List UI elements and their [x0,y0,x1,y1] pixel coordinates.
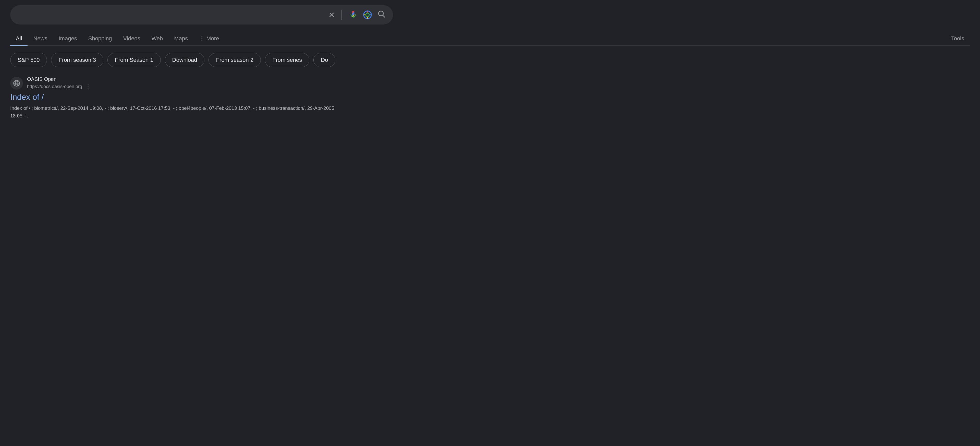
suggestion-chips: S&P 500 From season 3 From Season 1 Down… [10,53,970,67]
chip-sp500[interactable]: S&P 500 [10,53,47,67]
result-more-options-icon[interactable]: ⋮ [85,83,91,90]
nav-tabs: All News Images Shopping Videos Web Maps… [10,32,970,46]
tab-news[interactable]: News [27,32,53,45]
globe-icon [13,80,20,87]
tab-maps[interactable]: Maps [169,32,193,45]
site-name-url: OASIS Open https://docs.oasis-open.org ⋮ [27,76,91,90]
chip-series[interactable]: From series [265,53,309,67]
chip-download[interactable]: Download [165,53,205,67]
close-icon[interactable]: ✕ [328,11,335,19]
site-url: https://docs.oasis-open.org [27,84,82,89]
tab-videos[interactable]: Videos [118,32,146,45]
site-favicon [10,77,23,89]
site-url-row: https://docs.oasis-open.org ⋮ [27,83,91,90]
tab-web[interactable]: Web [146,32,169,45]
tab-shopping[interactable]: Shopping [83,32,118,45]
tab-all[interactable]: All [10,32,27,45]
microphone-icon[interactable] [348,10,358,19]
result-snippet: Index of / ; biometrics/, 22-Sep-2014 19… [10,104,342,120]
chip-season2[interactable]: From season 2 [208,53,261,67]
more-dots-icon: ⋮ [199,35,205,42]
chip-season3[interactable]: From season 3 [51,53,103,67]
tab-images[interactable]: Images [53,32,83,45]
lens-icon[interactable] [363,10,372,20]
result-title-link[interactable]: Index of / [10,92,368,102]
chip-season1[interactable]: From Season 1 [107,53,161,67]
svg-point-1 [366,13,369,16]
tools-button[interactable]: Tools [945,32,970,45]
chip-do[interactable]: Do [313,53,335,67]
divider [342,10,342,20]
result-site-info: OASIS Open https://docs.oasis-open.org ⋮ [10,76,368,90]
site-name: OASIS Open [27,76,91,82]
search-icons: ✕ [328,10,385,20]
search-input[interactable]: intitle:"index of" [18,11,328,19]
search-result: OASIS Open https://docs.oasis-open.org ⋮… [10,76,368,120]
svg-line-7 [383,15,385,17]
search-icon[interactable] [377,10,385,20]
search-bar: intitle:"index of" ✕ [10,5,393,24]
tab-more[interactable]: ⋮ More [193,32,224,45]
